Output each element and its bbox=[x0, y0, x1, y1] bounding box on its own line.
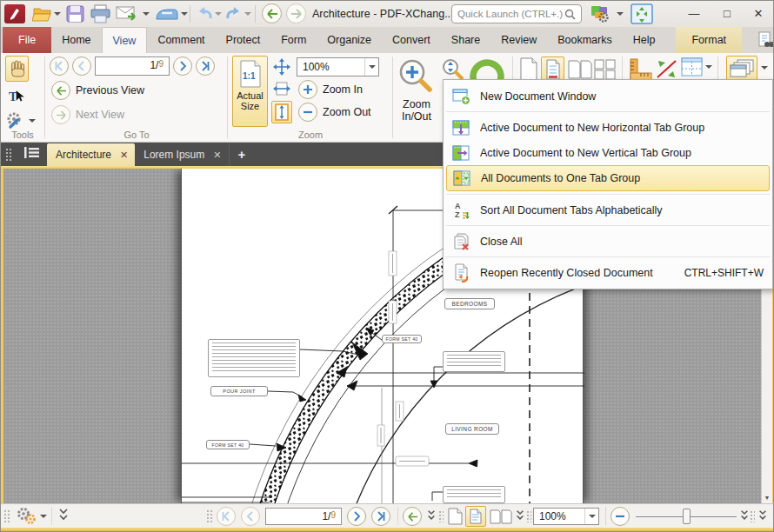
status-next-page-button[interactable] bbox=[347, 507, 366, 526]
page-number-input[interactable]: 1/9 bbox=[95, 57, 170, 76]
status-zoom-combo[interactable]: 100% bbox=[533, 508, 599, 525]
close-tab-icon[interactable]: ✕ bbox=[120, 150, 128, 161]
hand-tool-button[interactable] bbox=[5, 56, 29, 82]
scanner-icon[interactable] bbox=[155, 5, 178, 23]
status-continuous-view-button[interactable] bbox=[465, 506, 486, 527]
fit-page-button[interactable] bbox=[272, 57, 291, 76]
zoom-out-label[interactable]: Zoom Out bbox=[323, 106, 371, 118]
first-page-button[interactable] bbox=[50, 57, 69, 76]
statusbar-grip[interactable] bbox=[438, 510, 444, 522]
tab-convert[interactable]: Convert bbox=[382, 27, 441, 53]
menu-item-horizontal-tab-group[interactable]: Active Document to New Horizontal Tab Gr… bbox=[444, 115, 771, 140]
tab-form[interactable]: Form bbox=[270, 27, 317, 53]
next-page-button[interactable] bbox=[173, 57, 192, 76]
panes-dropdown[interactable] bbox=[705, 65, 712, 69]
status-two-page-icon[interactable] bbox=[490, 509, 512, 527]
status-first-page-button[interactable] bbox=[217, 507, 236, 526]
expand-down-icon[interactable] bbox=[516, 509, 524, 525]
next-view-label[interactable]: Next View bbox=[76, 109, 124, 121]
minimize-button[interactable]: — bbox=[684, 7, 704, 20]
find-document-icon[interactable] bbox=[754, 27, 774, 53]
new-tab-button[interactable]: + bbox=[238, 147, 246, 162]
continuous-view-button[interactable] bbox=[541, 57, 564, 82]
fit-width-button[interactable] bbox=[272, 79, 291, 98]
previous-view-button[interactable] bbox=[51, 81, 70, 100]
tab-format[interactable]: Format bbox=[676, 27, 742, 53]
zoom-in-button[interactable] bbox=[298, 80, 317, 99]
zoom-in-out-button[interactable] bbox=[397, 57, 437, 99]
menu-item-close-all[interactable]: Close All bbox=[444, 229, 771, 254]
menu-item-vertical-tab-group[interactable]: Active Document to New Vertical Tab Grou… bbox=[444, 140, 771, 165]
scanner-dropdown[interactable] bbox=[181, 12, 188, 16]
open-file-dropdown[interactable] bbox=[54, 12, 61, 16]
open-file-button[interactable] bbox=[32, 5, 52, 23]
statusbar-grip[interactable] bbox=[206, 509, 213, 523]
customize-ui-dropdown[interactable] bbox=[617, 12, 624, 16]
customize-ui-icon[interactable] bbox=[589, 4, 613, 23]
status-previous-view-button[interactable] bbox=[403, 507, 422, 526]
next-view-button[interactable] bbox=[51, 105, 70, 124]
print-button[interactable] bbox=[90, 4, 111, 23]
tab-organize[interactable]: Organize bbox=[317, 27, 382, 53]
zoom-out-button[interactable] bbox=[298, 103, 317, 122]
menu-item-new-document-window[interactable]: New Document Window bbox=[444, 83, 771, 109]
tab-view[interactable]: View bbox=[102, 27, 148, 53]
tab-help[interactable]: Help bbox=[623, 27, 666, 53]
panes-icon[interactable] bbox=[681, 57, 703, 79]
maximize-button[interactable]: □ bbox=[717, 7, 737, 20]
menu-item-all-documents-one-tab-group[interactable]: All Documents to One Tab Group bbox=[446, 165, 770, 191]
zoom-in-label[interactable]: Zoom In bbox=[323, 83, 363, 96]
previous-page-button[interactable] bbox=[72, 57, 91, 76]
tab-review[interactable]: Review bbox=[490, 27, 547, 53]
document-tab-lorem-ipsum[interactable]: Lorem Ipsum ✕ bbox=[135, 143, 229, 166]
last-page-button[interactable] bbox=[196, 57, 215, 76]
zoom-slider-handle[interactable] bbox=[683, 509, 691, 524]
statusbar-grip[interactable] bbox=[3, 509, 10, 523]
menu-item-reopen-recently-closed[interactable]: Reopen Recently Closed Document CTRL+SHI… bbox=[444, 260, 771, 285]
statusbar-options-dropdown[interactable] bbox=[40, 515, 47, 518]
tab-share[interactable]: Share bbox=[441, 27, 490, 53]
tab-protect[interactable]: Protect bbox=[216, 27, 271, 53]
forward-view-button[interactable] bbox=[286, 3, 306, 23]
undo-icon[interactable] bbox=[196, 6, 213, 22]
status-previous-page-button[interactable] bbox=[241, 507, 260, 526]
expand-down-icon[interactable] bbox=[427, 509, 436, 525]
fullscreen-icon[interactable] bbox=[631, 3, 653, 24]
tab-comment[interactable]: Comment bbox=[147, 27, 215, 53]
actual-size-button[interactable]: 1:1 Actual Size bbox=[232, 56, 268, 127]
expand-down-icon[interactable] bbox=[58, 508, 69, 526]
menu-item-sort-tabs-alphabetically[interactable]: AZ Sort All Document Tabs Alphabetically bbox=[444, 197, 771, 223]
tab-list-icon[interactable] bbox=[24, 147, 40, 161]
status-last-page-button[interactable] bbox=[371, 507, 390, 526]
status-single-page-icon[interactable] bbox=[448, 508, 463, 528]
document-tab-architecture[interactable]: Architecture ✕ bbox=[47, 143, 135, 166]
email-button[interactable] bbox=[116, 5, 139, 23]
redo-dropdown[interactable] bbox=[244, 12, 251, 16]
save-button[interactable] bbox=[66, 5, 84, 23]
tools-gear-dropdown[interactable] bbox=[29, 119, 36, 123]
quick-launch-input[interactable]: Quick Launch (CTRL+.) bbox=[451, 4, 582, 23]
zoom-level-combo[interactable]: 100% bbox=[297, 57, 379, 76]
undo-dropdown[interactable] bbox=[215, 12, 222, 16]
status-zoom-out-button[interactable] bbox=[611, 507, 630, 526]
select-text-tool-button[interactable]: T bbox=[5, 85, 29, 108]
expand-down-icon[interactable] bbox=[758, 509, 767, 525]
tab-home[interactable]: Home bbox=[51, 27, 101, 53]
close-button[interactable]: ✕ bbox=[749, 7, 768, 20]
zoom-in-out-label[interactable]: Zoom In/Out bbox=[389, 98, 444, 123]
expand-down-icon[interactable] bbox=[740, 509, 749, 525]
tools-gear-button[interactable] bbox=[4, 110, 25, 131]
tabbar-grip[interactable] bbox=[5, 148, 12, 162]
statusbar-grip[interactable] bbox=[526, 510, 531, 522]
statusbar-grip[interactable] bbox=[750, 510, 755, 522]
back-view-button[interactable] bbox=[262, 3, 282, 23]
tab-bookmarks[interactable]: Bookmarks bbox=[547, 27, 623, 53]
tab-file[interactable]: File bbox=[3, 27, 51, 53]
status-page-number-input[interactable]: 1/9 bbox=[265, 508, 342, 525]
previous-view-label[interactable]: Previous View bbox=[76, 84, 144, 96]
redo-icon[interactable] bbox=[225, 6, 243, 22]
fit-visible-button[interactable] bbox=[271, 101, 292, 123]
email-dropdown[interactable] bbox=[143, 12, 150, 16]
document-windows-dropdown[interactable] bbox=[761, 66, 768, 70]
statusbar-options-gears-icon[interactable] bbox=[15, 507, 37, 528]
